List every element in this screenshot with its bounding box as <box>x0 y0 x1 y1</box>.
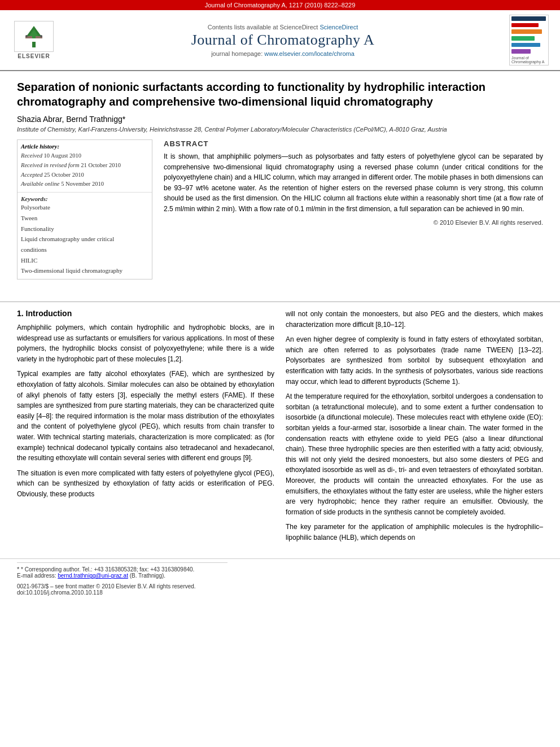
date-accepted: Accepted 25 October 2010 <box>21 171 148 180</box>
keyword-lccc: Liquid chromatography under criticalcond… <box>21 234 148 255</box>
journal-header-center: Contents lists available at ScienceDirec… <box>56 24 509 57</box>
keyword-hilic: HILIC <box>21 255 148 266</box>
abstract-title: ABSTRACT <box>164 139 543 148</box>
body-content: 1. Introduction Amphiphilic polymers, wh… <box>0 309 560 558</box>
date-revised: Received in revised form 21 October 2010 <box>21 161 148 171</box>
svg-rect-0 <box>32 42 36 47</box>
intro-para-1: Amphiphilic polymers, which contain hydr… <box>17 322 274 364</box>
journal-citation-bar: Journal of Chromatography A, 1217 (2010)… <box>0 0 560 10</box>
body-two-col: 1. Introduction Amphiphilic polymers, wh… <box>17 309 543 547</box>
journal-citation: Journal of Chromatography A, 1217 (2010)… <box>205 2 356 8</box>
content-area: Separation of nonionic surfactants accor… <box>0 71 560 295</box>
date-available: Available online 5 November 2010 <box>21 180 148 189</box>
history-label: Article history: <box>21 143 148 150</box>
date-received: Received 10 August 2010 <box>21 151 148 161</box>
keyword-tween: Tween <box>21 213 148 224</box>
keywords-list: Polysorbate Tween Functionality Liquid c… <box>21 202 148 276</box>
within-word: within <box>401 194 418 202</box>
abstract-col: ABSTRACT It is shown, that amphiphilic p… <box>164 139 543 286</box>
keywords-label: Keywords: <box>21 195 148 202</box>
author-email[interactable]: bernd.trathnigg@uni-graz.at <box>58 573 128 579</box>
section-divider <box>0 302 560 302</box>
intro-para-3: The situation is even more complicated w… <box>17 468 274 500</box>
thumb-label: Journal ofChromatography A <box>510 55 548 65</box>
copyright: © 2010 Elsevier B.V. All rights reserved… <box>164 219 543 226</box>
doi-line: doi:10.1016/j.chroma.2010.10.118 <box>17 589 543 596</box>
article-info-abstract-section: Article history: Received 10 August 2010… <box>17 139 543 286</box>
section-1-heading: 1. Introduction <box>17 309 274 318</box>
svg-point-5 <box>25 35 28 37</box>
keywords-section: Keywords: Polysorbate Tween Functionalit… <box>18 193 152 279</box>
thumb-line-5 <box>511 43 540 47</box>
homepage-url[interactable]: www.elsevier.com/locate/chroma <box>264 50 355 57</box>
svg-point-6 <box>40 35 42 37</box>
right-para-1: will not only contain the monoesters, bu… <box>286 309 543 330</box>
article-title: Separation of nonionic surfactants accor… <box>17 80 543 109</box>
keyword-polysorbate: Polysorbate <box>21 202 148 213</box>
abstract-text: It is shown, that amphiphilic polymers—s… <box>164 151 543 215</box>
sciencedirect-url[interactable]: ScienceDirect <box>320 24 358 30</box>
article-info-box: Article history: Received 10 August 2010… <box>17 139 152 279</box>
footer-notes: * * Corresponding author. Tel.: +43 3163… <box>0 558 560 599</box>
sciencedirect-link: Contents lists available at ScienceDirec… <box>56 24 509 30</box>
authors: Shazia Abrar, Bernd Trathnigg* <box>17 115 543 124</box>
journal-homepage: journal homepage: www.elsevier.com/locat… <box>56 50 509 57</box>
thumb-line-1 <box>511 16 546 21</box>
author-names: Shazia Abrar, Bernd Trathnigg* <box>17 115 125 124</box>
body-left-col: 1. Introduction Amphiphilic polymers, wh… <box>17 309 274 547</box>
journal-title: Journal of Chromatography A <box>56 32 509 49</box>
body-right-col: will not only contain the monoesters, bu… <box>286 309 543 547</box>
thumb-line-4 <box>511 36 535 41</box>
thumb-lines: Journal ofChromatography A <box>510 15 548 65</box>
journal-header: ELSEVIER Contents lists available at Sci… <box>0 10 560 71</box>
elsevier-wordmark: ELSEVIER <box>18 53 50 59</box>
thumb-line-6 <box>511 49 531 54</box>
thumb-line-3 <box>511 29 542 34</box>
article-history-section: Article history: Received 10 August 2010… <box>18 140 152 192</box>
elsevier-tree-icon <box>14 21 54 52</box>
intro-para-2: Typical examples are fatty alcohol ethox… <box>17 369 274 463</box>
right-para-4: The key parameter for the application of… <box>286 522 543 543</box>
right-para-2: An even higher degree of complexity is f… <box>286 334 543 387</box>
keyword-functionality: Functionality <box>21 224 148 234</box>
affiliation: Institute of Chemistry, Karl-Franzens-Un… <box>17 126 543 133</box>
right-para-3: At the temperature required for the etho… <box>286 391 543 517</box>
journal-thumbnail: Journal ofChromatography A <box>509 15 549 65</box>
footnote-text: * * Corresponding author. Tel.: +43 3163… <box>17 566 543 573</box>
email-footnote: E-mail address: bernd.trathnigg@uni-graz… <box>17 573 543 579</box>
thumb-line-2 <box>511 23 539 28</box>
article-info-col: Article history: Received 10 August 2010… <box>17 139 152 286</box>
keyword-2dlc: Two-dimensional liquid chromatography <box>21 265 148 276</box>
issn-line: 0021-9673/$ – see front matter © 2010 El… <box>17 583 543 589</box>
elsevier-logo: ELSEVIER <box>11 21 56 59</box>
